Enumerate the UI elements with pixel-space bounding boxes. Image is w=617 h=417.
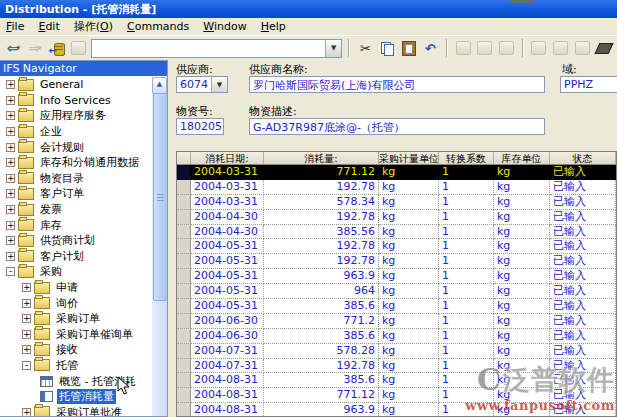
table-cell[interactable]: kg — [379, 165, 439, 180]
tree-expander-icon[interactable]: + — [22, 299, 31, 308]
tree-expander-icon[interactable]: + — [6, 252, 15, 261]
row-selector-cell[interactable] — [177, 329, 191, 344]
sidebar-item[interactable]: +应用程序服务 — [0, 108, 152, 124]
column-header[interactable]: 转换系数 — [439, 152, 494, 165]
tree-expander-icon[interactable]: + — [6, 236, 15, 245]
sidebar-item[interactable]: +Info Services — [0, 93, 152, 109]
table-cell[interactable]: 2004-05-31 — [191, 254, 264, 269]
table-cell[interactable]: 2004-07-31 — [191, 359, 264, 374]
table-row[interactable]: 2004-06-30385.6kg1kg已输入 — [177, 329, 616, 344]
sidebar-item[interactable]: -托管 — [0, 358, 152, 374]
row-selector-cell[interactable] — [177, 284, 191, 299]
row-selector-cell[interactable] — [177, 344, 191, 359]
table-cell[interactable]: kg — [494, 239, 550, 254]
row-selector-cell[interactable] — [177, 299, 191, 314]
table-row[interactable]: 2004-07-31578.28kg1kg已输入 — [177, 344, 616, 359]
table-cell[interactable]: 已输入 — [550, 254, 616, 269]
table-cell[interactable]: 2004-03-31 — [191, 195, 264, 210]
table-cell[interactable]: kg — [379, 403, 439, 417]
table-cell[interactable]: 1 — [439, 239, 494, 254]
table-cell[interactable]: 771.12 — [264, 388, 379, 403]
row-selector-cell[interactable] — [177, 165, 191, 180]
table-cell[interactable]: kg — [379, 269, 439, 284]
sidebar-item-label[interactable]: 托管消耗量 — [57, 389, 116, 404]
navigator-root-node[interactable]: IFS Navigator — [0, 61, 167, 76]
table-cell[interactable]: 已输入 — [550, 284, 616, 299]
column-header[interactable]: 库存单位 — [494, 152, 550, 165]
tree-expander-icon[interactable]: + — [22, 345, 31, 354]
sidebar-item[interactable]: +库存和分销通用数据 — [0, 155, 152, 171]
back-dropdown-icon[interactable]: ▾ — [16, 44, 20, 52]
table-cell[interactable]: 已输入 — [550, 359, 616, 374]
sidebar-item-label[interactable]: 采购订单 — [54, 311, 102, 326]
sidebar-item-label[interactable]: Info Services — [38, 94, 113, 107]
table-cell[interactable]: 已输入 — [550, 195, 616, 210]
table-row[interactable]: 2004-05-31385.6kg1kg已输入 — [177, 299, 616, 314]
table-cell[interactable]: 192.78 — [264, 254, 379, 269]
table-cell[interactable]: 2004-07-31 — [191, 344, 264, 359]
table-row[interactable]: 2004-05-31192.78kg1kg已输入 — [177, 239, 616, 254]
tree-expander-icon[interactable]: + — [6, 143, 15, 152]
sidebar-item[interactable]: +接收 — [0, 342, 152, 358]
supplier-combobox[interactable]: 6074 ▼ — [176, 76, 228, 93]
table-row[interactable]: 2004-04-30385.56kg1kg已输入 — [177, 225, 616, 240]
table-cell[interactable]: 963.9 — [264, 269, 379, 284]
row-selector-cell[interactable] — [177, 239, 191, 254]
sidebar-item[interactable]: +申请 — [0, 280, 152, 296]
table-cell[interactable]: kg — [494, 359, 550, 374]
table-row[interactable]: 2004-03-31771.12kg1kg已输入 — [177, 165, 616, 180]
menu-item[interactable]: Commands — [127, 20, 189, 33]
table-cell[interactable]: kg — [494, 314, 550, 329]
sidebar-item[interactable]: +General — [0, 77, 152, 93]
table-cell[interactable]: kg — [379, 329, 439, 344]
back-button[interactable]: ⇐▾ — [4, 39, 23, 57]
table-cell[interactable]: 385.56 — [264, 225, 379, 240]
sidebar-item[interactable]: +物资目录 — [0, 171, 152, 187]
table-cell[interactable]: 2004-08-31 — [191, 373, 264, 388]
table-cell[interactable]: 1 — [439, 329, 494, 344]
table-cell[interactable]: 2004-05-31 — [191, 239, 264, 254]
table-cell[interactable]: 1 — [439, 180, 494, 195]
row-selector-cell[interactable] — [177, 388, 191, 403]
menu-item[interactable]: 操作(O) — [74, 19, 113, 34]
sidebar-item-label[interactable]: 托管 — [54, 358, 80, 373]
table-row[interactable]: 2004-03-31192.78kg1kg已输入 — [177, 180, 616, 195]
table-cell[interactable]: 385.6 — [264, 299, 379, 314]
table-cell[interactable]: 1 — [439, 403, 494, 417]
sidebar-item-label[interactable]: 采购订单批准 — [54, 405, 124, 416]
table-cell[interactable]: 已输入 — [550, 165, 616, 180]
table-cell[interactable]: 2004-03-31 — [191, 180, 264, 195]
table-cell[interactable]: 已输入 — [550, 403, 616, 417]
sidebar-item-label[interactable]: 接收 — [54, 342, 80, 357]
sidebar-item[interactable]: -采购 — [0, 264, 152, 280]
cut-button[interactable]: ✂ — [356, 39, 375, 57]
column-header[interactable]: 采购计量单位 — [379, 152, 439, 165]
table-cell[interactable]: 1 — [439, 373, 494, 388]
sidebar-item[interactable]: +采购订单催询单 — [0, 327, 152, 343]
combobox-dropdown-icon[interactable]: ▼ — [325, 40, 341, 57]
table-cell[interactable]: kg — [494, 165, 550, 180]
table-cell[interactable]: kg — [379, 373, 439, 388]
tree-expander-icon[interactable]: - — [6, 267, 15, 276]
table-cell[interactable]: 1 — [439, 269, 494, 284]
table-cell[interactable]: 385.6 — [264, 373, 379, 388]
table-row[interactable]: 2004-08-31771.12kg1kg已输入 — [177, 388, 616, 403]
material-no-field[interactable]: 180205 — [176, 118, 224, 135]
tree-expander-icon[interactable]: + — [6, 96, 15, 105]
table-cell[interactable]: 771.12 — [264, 165, 379, 180]
table-cell[interactable]: 964 — [264, 284, 379, 299]
row-selector-cell[interactable] — [177, 180, 191, 195]
table-cell[interactable]: 已输入 — [550, 225, 616, 240]
table-cell[interactable]: 192.78 — [264, 180, 379, 195]
scroll-up-icon[interactable]: ▲ — [152, 77, 167, 94]
attach-database-button[interactable]: ← — [47, 39, 66, 57]
table-cell[interactable]: kg — [494, 195, 550, 210]
table-cell[interactable]: 578.28 — [264, 344, 379, 359]
table-cell[interactable]: kg — [379, 225, 439, 240]
sidebar-item-label[interactable]: 库存和分销通用数据 — [38, 155, 141, 170]
undo-button[interactable]: ↶ — [421, 39, 440, 57]
sidebar-item-label[interactable]: 申请 — [54, 280, 80, 295]
sidebar-item[interactable]: +客户订单 — [0, 186, 152, 202]
table-cell[interactable]: 已输入 — [550, 269, 616, 284]
table-row[interactable]: 2004-03-31578.34kg1kg已输入 — [177, 195, 616, 210]
